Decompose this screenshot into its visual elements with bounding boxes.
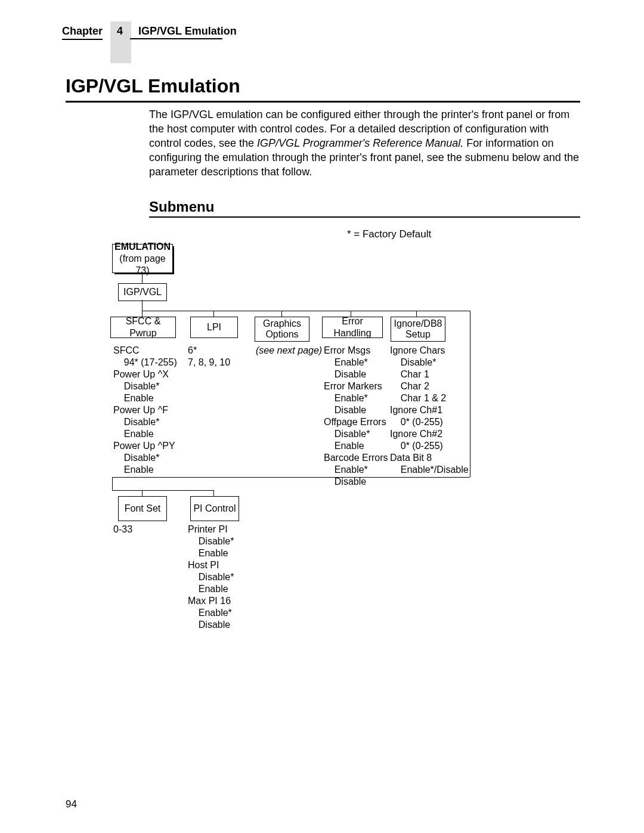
header-title: IGP/VGL Emulation xyxy=(138,25,237,38)
connector-line xyxy=(112,477,113,490)
lpi-label: LPI xyxy=(191,321,237,333)
ignore-db8-label-1: Ignore/DB8 xyxy=(391,318,445,329)
submenu-heading: Submenu xyxy=(149,199,580,218)
factory-default-legend: * = Factory Default xyxy=(347,228,431,240)
sfcc-pwrup-box: SFCC & Pwrup xyxy=(110,317,176,338)
page-title: IGP/VGL Emulation xyxy=(66,75,580,103)
ignore-db8-options: Ignore Chars Disable* Char 1 Char 2 Char… xyxy=(390,345,469,476)
connector-line xyxy=(470,311,470,477)
emulation-box-sub: (from page 73) xyxy=(113,253,172,277)
lpi-box: LPI xyxy=(190,317,238,338)
ignore-db8-box: Ignore/DB8 Setup xyxy=(391,317,445,342)
page-header: Chapter 4 IGP/VGL Emulation xyxy=(0,21,644,63)
connector-line xyxy=(213,311,214,317)
connector-line xyxy=(142,274,143,283)
connector-line xyxy=(213,490,214,496)
emulation-box: EMULATION (from page 73) xyxy=(112,244,173,273)
pi-control-options: Printer PI Disable* Enable Host PI Disab… xyxy=(188,524,234,631)
font-set-label: Font Set xyxy=(119,503,166,515)
intro-text-italic: IGP/VGL Programmer's Reference Manual. xyxy=(257,137,463,149)
connector-line xyxy=(142,490,143,496)
graphics-label-2: Options xyxy=(255,329,309,340)
connector-line xyxy=(142,311,470,311)
connector-line xyxy=(416,311,417,317)
intro-paragraph: The IGP/VGL emulation can be configured … xyxy=(149,107,580,179)
ignore-db8-label-2: Setup xyxy=(391,329,445,340)
error-handling-box: Error Handling xyxy=(322,317,383,338)
emulation-box-title: EMULATION xyxy=(113,241,172,253)
error-handling-label: Error Handling xyxy=(323,315,382,339)
page-number: 94 xyxy=(66,798,77,810)
graphics-label-1: Graphics xyxy=(255,318,309,329)
lpi-options: 6* 7, 8, 9, 10 xyxy=(188,345,230,368)
font-set-box: Font Set xyxy=(118,496,167,521)
sfcc-pwrup-label: SFCC & Pwrup xyxy=(111,315,175,339)
connector-line xyxy=(281,311,282,317)
connector-line xyxy=(112,477,470,478)
pi-control-box: PI Control xyxy=(190,496,239,521)
connector-line xyxy=(142,300,143,311)
chapter-number: 4 xyxy=(117,25,123,38)
error-handling-options: Error Msgs Enable* Disable Error Markers… xyxy=(324,345,388,488)
graphics-options-box: Graphics Options xyxy=(255,317,309,342)
sfcc-options: SFCC 94* (17-255) Power Up ^X Disable* E… xyxy=(113,345,177,476)
igp-vgl-label: IGP/VGL xyxy=(119,286,166,298)
chapter-label: Chapter xyxy=(62,25,103,40)
font-set-options: 0-33 xyxy=(113,524,132,535)
igp-vgl-box: IGP/VGL xyxy=(118,283,167,301)
connector-line xyxy=(112,490,213,491)
header-rule xyxy=(130,38,222,39)
pi-control-label: PI Control xyxy=(191,503,239,515)
graphics-options-note: (see next page) xyxy=(256,345,322,357)
